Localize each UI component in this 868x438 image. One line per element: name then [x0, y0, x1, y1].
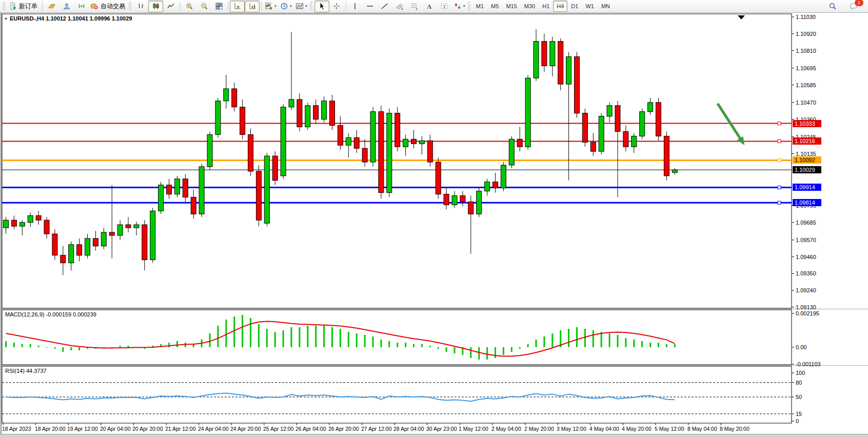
- axis-tick-label: 100: [796, 370, 805, 376]
- candlestick-chart-button[interactable]: [148, 1, 163, 12]
- separator: [346, 2, 346, 11]
- price-level-badge: 1.10216: [793, 137, 821, 145]
- chart-surface[interactable]: ▼EURUSD-,H4 1.10012 1.10041 1.09996 1.10…: [0, 0, 868, 438]
- separator: [228, 2, 228, 11]
- new-chart-dropdown[interactable]: ▼: [263, 1, 279, 12]
- new-order-button[interactable]: 新订单: [7, 1, 41, 12]
- toolbar-grip[interactable]: [3, 2, 5, 11]
- axis-tick-label: 1.10470: [796, 99, 816, 106]
- arrows-icon: [453, 2, 462, 10]
- template-icon: [295, 2, 304, 10]
- notifications-button[interactable]: 1: [846, 1, 861, 12]
- period-dropdown[interactable]: ▼: [279, 1, 294, 12]
- time-tick-label: 8 May 20:00: [720, 426, 749, 432]
- timeframe-m30-button[interactable]: M30: [521, 1, 539, 12]
- zoom-in-button[interactable]: [182, 1, 196, 12]
- time-tick-label: 24 Apr 04:00: [198, 426, 229, 432]
- axis-tick-label: 1.10585: [796, 82, 816, 89]
- notification-count-badge: 1: [854, 0, 864, 7]
- bar-chart-icon: [137, 2, 145, 10]
- new-order-label: 新订单: [19, 2, 37, 11]
- signals-button[interactable]: [74, 1, 89, 12]
- crosshair-button[interactable]: [329, 1, 344, 12]
- search-icon: [828, 2, 837, 10]
- timeframe-m5-button[interactable]: M5: [487, 1, 502, 12]
- auto-scroll-button[interactable]: [230, 1, 245, 12]
- axis-tick-label: 15: [796, 411, 802, 417]
- text-label-icon: T: [440, 2, 448, 10]
- timeframe-m15-button[interactable]: M15: [502, 1, 520, 12]
- time-tick-label: 20 Apr 20:00: [132, 426, 163, 432]
- timeframe-mn-button[interactable]: MN: [598, 1, 614, 12]
- tile-windows-button[interactable]: [211, 1, 226, 12]
- bar-chart-button[interactable]: [133, 1, 148, 12]
- time-tick-label: 26 Apr 04:00: [295, 426, 326, 432]
- trendline-tool[interactable]: [378, 1, 392, 12]
- auto-scroll-icon: [233, 2, 242, 10]
- signals-icon: [77, 2, 86, 10]
- templates-dropdown[interactable]: ▼: [294, 1, 309, 12]
- axis-tick-label: -0.001103: [796, 361, 821, 368]
- horizontal-line-tool[interactable]: [363, 1, 378, 12]
- cursor-button[interactable]: [314, 1, 329, 12]
- chart-plot: [0, 0, 868, 438]
- equidistant-channel-tool[interactable]: E: [392, 1, 407, 12]
- vertical-line-tool[interactable]: [348, 1, 363, 12]
- market-watch-button[interactable]: [44, 1, 59, 12]
- new-chart-icon: [265, 2, 273, 10]
- text-tool[interactable]: A: [422, 1, 437, 12]
- zoom-out-button[interactable]: [196, 1, 211, 12]
- price-level-badge: 1.10092: [793, 156, 821, 164]
- svg-text:A: A: [427, 3, 432, 10]
- channel-icon: E: [396, 2, 404, 10]
- clock-icon: [280, 2, 288, 10]
- axis-tick-label: 80: [796, 380, 802, 386]
- axis-tick-label: 1.09460: [796, 254, 816, 261]
- chart-shift-icon: [248, 2, 257, 10]
- fibonacci-tool[interactable]: F: [407, 1, 422, 12]
- svg-text:T: T: [443, 4, 446, 9]
- chart-shift-button[interactable]: [245, 1, 260, 12]
- toolbar-grip[interactable]: [468, 2, 470, 11]
- gold-ingot-icon: [48, 2, 56, 10]
- new-order-icon: [9, 2, 17, 10]
- time-tick-label: 4 May 04:00: [589, 426, 619, 432]
- time-tick-label: 8 May 04:00: [687, 426, 717, 432]
- timeframe-m1-button[interactable]: M1: [472, 1, 487, 12]
- toolbar-grip[interactable]: [310, 2, 312, 11]
- time-tick-label: 18 Apr 2023: [2, 426, 31, 432]
- chart-title-text: EURUSD-,H4 1.10012 1.10041 1.09996 1.100…: [10, 15, 132, 22]
- search-button[interactable]: [825, 1, 840, 12]
- time-tick-label: 19 Apr 12:00: [67, 426, 98, 432]
- timeframe-d1-button[interactable]: D1: [567, 1, 582, 12]
- price-level-badge: 1.10029: [793, 166, 821, 173]
- time-tick-label: 18 Apr 20:00: [35, 426, 66, 432]
- separator: [42, 2, 43, 11]
- chart-menu-arrow-icon[interactable]: ▼: [4, 17, 8, 21]
- timeframe-h4-button[interactable]: H4: [553, 1, 567, 12]
- axis-tick-label: 1.10810: [796, 48, 816, 54]
- chevron-down-icon: ▼: [305, 5, 308, 8]
- virtual-hosting-button[interactable]: [59, 1, 74, 12]
- text-label-tool[interactable]: T: [437, 1, 452, 12]
- chevron-down-icon: ▼: [274, 5, 277, 8]
- time-tick-label: 27 Apr 12:00: [361, 426, 392, 432]
- axis-tick-label: 50: [796, 394, 802, 401]
- toolbar-grip[interactable]: [129, 2, 131, 11]
- autotrading-button[interactable]: 自动交易: [89, 1, 128, 12]
- tile-windows-icon: [215, 2, 223, 10]
- horizontal-line-icon: [366, 2, 374, 10]
- status-bar: [0, 434, 868, 438]
- separator: [261, 2, 262, 11]
- line-chart-button[interactable]: [163, 1, 178, 12]
- timeframe-w1-button[interactable]: W1: [582, 1, 598, 12]
- zoom-in-icon: [185, 2, 193, 10]
- timeframe-h1-button[interactable]: H1: [539, 1, 553, 12]
- arrows-dropdown[interactable]: ▼: [452, 1, 467, 12]
- time-tick-label: 1 May 12:00: [459, 426, 488, 432]
- axis-tick-label: 1.10695: [796, 65, 816, 72]
- chart-title: ▼EURUSD-,H4 1.10012 1.10041 1.09996 1.10…: [4, 15, 132, 22]
- chevron-down-icon: ▼: [289, 5, 292, 8]
- price-level-badge: 1.10333: [793, 120, 821, 127]
- time-tick-label: 2 May 04:00: [491, 426, 521, 432]
